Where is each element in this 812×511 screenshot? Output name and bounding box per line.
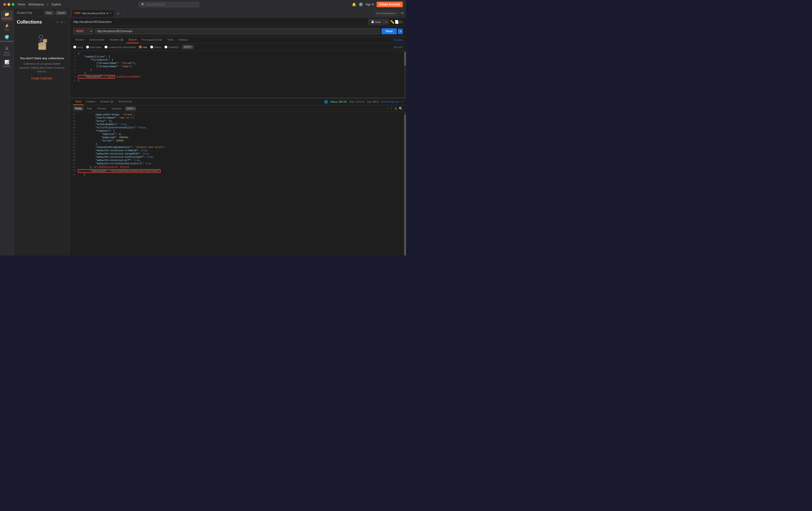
sidebar-item-environments[interactable]: 🌍 Environments	[1, 33, 13, 44]
res-format-pretty[interactable]: Pretty	[73, 106, 84, 111]
sort-collections-button[interactable]: ≡	[61, 20, 63, 24]
send-button[interactable]: Send	[381, 28, 397, 34]
new-button[interactable]: New	[44, 11, 54, 15]
sidebar-item-collections[interactable]: 📁 Collections	[1, 10, 13, 21]
tab-settings[interactable]: Settings	[176, 37, 190, 43]
traffic-light-green[interactable]	[12, 3, 14, 6]
res-line-28: 28 "webauthn:extension:largeBlob": true,	[70, 152, 406, 155]
tab-tests[interactable]: Tests	[165, 37, 176, 43]
res-content-21: "timeouts": {	[78, 130, 115, 132]
traffic-light-yellow[interactable]	[7, 3, 10, 6]
line-num-6: 6	[70, 68, 78, 71]
tab-authorization[interactable]: Authorization	[87, 37, 107, 43]
titlebar: Home Workspaces ▾ Explore 🔍 🔔 ⚙️ Sign In…	[0, 0, 406, 9]
annotation-8: 这里的sessionId随便写	[117, 75, 140, 78]
send-split-button[interactable]: ▾	[398, 29, 403, 34]
response-scrollbar-thumb[interactable]	[404, 114, 406, 256]
tab-params[interactable]: Params	[73, 37, 87, 43]
body-option-raw[interactable]: raw	[139, 46, 147, 49]
search-bar[interactable]: 🔍	[139, 2, 199, 7]
create-account-button[interactable]: Create Account	[377, 2, 403, 7]
body-option-none[interactable]: none	[73, 46, 83, 49]
json-format-select-wrapper[interactable]: JSON ▾	[182, 45, 193, 49]
sidebar-item-apis[interactable]: ⚡ APIs	[1, 22, 13, 33]
request-url-display: http://localhost:9515/session	[73, 20, 368, 24]
line-num-4: 4	[70, 62, 78, 65]
sign-in-button[interactable]: Sign In	[366, 3, 374, 6]
save-split-button[interactable]: ▾	[384, 19, 389, 24]
url-input[interactable]	[95, 28, 380, 34]
more-collections-button[interactable]: ···	[64, 20, 67, 24]
traffic-light-red[interactable]	[3, 3, 6, 6]
res-linenum-19: 19	[70, 123, 78, 126]
nav-home[interactable]: Home	[18, 3, 25, 6]
save-response-button[interactable]: Save Response	[381, 100, 399, 103]
sidebar-item-monitors[interactable]: 📊 Monitors	[1, 58, 13, 69]
line-num-1: 1	[70, 52, 78, 55]
body-option-graphql[interactable]: GraphQL	[165, 46, 179, 49]
res-format-visualize[interactable]: Visualize	[110, 106, 124, 111]
copy-icon[interactable]: ⧉	[395, 107, 397, 111]
body-option-form-data[interactable]: form-data	[86, 46, 101, 49]
response-time: Time: 1172 ms	[349, 101, 365, 103]
res-json-type[interactable]: JSON ▾	[125, 107, 136, 111]
search-input[interactable]	[146, 3, 197, 6]
response-scrollbar[interactable]	[404, 112, 406, 256]
notification-icon[interactable]: 🔔	[352, 2, 356, 6]
nav-explore[interactable]: Explore	[52, 3, 61, 6]
body-option-binary[interactable]: binary	[150, 46, 161, 49]
save-button[interactable]: 💾 Save	[368, 19, 384, 25]
save-icon: 💾	[371, 20, 374, 23]
res-content-22: "implicit": 0,	[78, 133, 122, 136]
editor-scrollbar[interactable]	[404, 51, 406, 97]
res-tab-headers[interactable]: Headers 3	[98, 98, 116, 105]
res-tab-body[interactable]: Body	[73, 98, 84, 105]
nav-workspaces[interactable]: Workspaces	[28, 3, 44, 6]
main-content: POST http://localhost:9515/ ✕ ＋ ··· No E…	[70, 9, 406, 256]
tab-close-btn[interactable]: ✕	[110, 12, 112, 15]
document-icon-button[interactable]: 📄	[395, 20, 399, 24]
line-num-2: 2	[70, 55, 78, 58]
sidebar-item-mock-servers[interactable]: 🖥 Mock Servers	[1, 45, 13, 58]
active-tab[interactable]: POST http://localhost:9515/ ✕	[72, 10, 114, 17]
code-line-4: 4 {"browserName": "chrome"},	[70, 62, 406, 65]
res-linenum-29: 29	[70, 155, 78, 159]
collections-header: Collections ＋ ≡ ···	[14, 17, 70, 26]
method-select[interactable]: POST GET PUT DELETE	[73, 28, 93, 34]
status-ok: Status: 200 OK	[330, 101, 347, 103]
editor-scrollbar-thumb[interactable]	[404, 52, 406, 66]
scratch-pad-label: Scratch Pad	[17, 11, 32, 15]
filter-icon[interactable]: ⋮⋮	[386, 107, 393, 110]
cookies-button[interactable]: Cookies	[394, 38, 403, 41]
tab-body[interactable]: Body	[126, 37, 139, 43]
env-dropdown[interactable]: No Environment ▾	[374, 11, 399, 16]
env-settings-button[interactable]: 👁	[401, 11, 404, 15]
import-button[interactable]: Import	[56, 11, 67, 15]
res-tab-cookies[interactable]: Cookies	[84, 98, 98, 105]
res-linenum-28: 28	[70, 152, 78, 155]
search-response-icon[interactable]: 🔍	[399, 107, 403, 110]
annotation-32: 这个是返回的sessionId，即会话Id	[94, 165, 129, 169]
res-format-preview[interactable]: Preview	[95, 106, 108, 111]
response-code: 16 pageLoadStrategy: 'normal', 17 "platf…	[70, 112, 406, 256]
edit-icon-button[interactable]: ✏️	[390, 20, 395, 24]
new-tab-button[interactable]: ＋	[115, 10, 121, 16]
add-collection-button[interactable]: ＋	[56, 20, 59, 25]
beautify-button[interactable]: Beautify	[394, 46, 403, 49]
code-icon-button[interactable]: ⟨/⟩	[399, 20, 403, 24]
code-line-3: 3 "firstMatch": [	[70, 58, 406, 62]
res-tab-test-results[interactable]: Test Results	[116, 98, 134, 105]
tab-more-button[interactable]: ···	[122, 11, 127, 15]
tab-headers[interactable]: Headers 8	[107, 37, 126, 43]
body-dot	[135, 39, 137, 40]
save-button-group: 💾 Save ▾	[368, 19, 389, 25]
res-line-20: 20 "strictFileInteractability": false,	[70, 126, 406, 129]
create-collection-link[interactable]: Create Collection	[31, 77, 53, 80]
tab-pre-request[interactable]: Pre-request Script	[139, 37, 165, 43]
search-icon: 🔍	[141, 3, 145, 6]
res-content-34: }	[78, 173, 85, 176]
res-format-raw[interactable]: Raw	[85, 106, 94, 111]
settings-icon[interactable]: ⚙️	[359, 2, 363, 6]
res-line-26: 26 "unhandledPromptBehavior": "dismiss a…	[70, 146, 406, 149]
body-option-urlencoded[interactable]: x-www-form-urlencoded	[105, 46, 136, 49]
